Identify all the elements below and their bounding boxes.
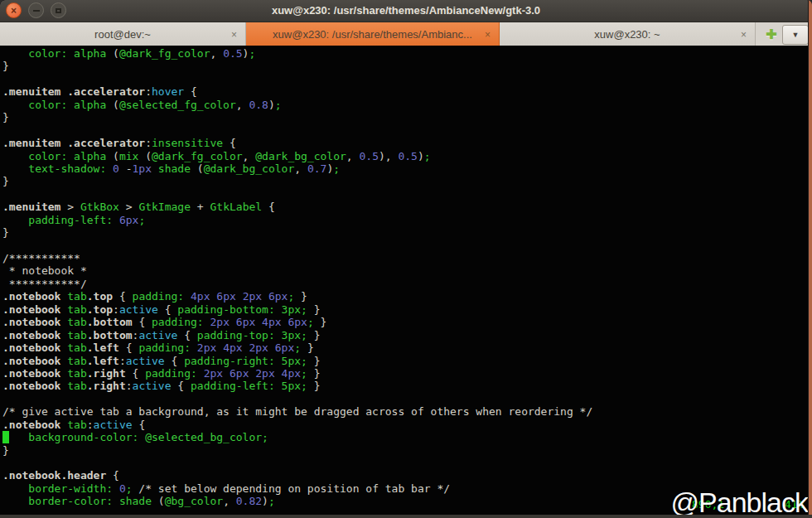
- code-line: [2, 73, 812, 85]
- code-line: .menuitem .accelerator:hover {: [2, 85, 812, 98]
- tab-root-dev[interactable]: root@dev:~ ×: [0, 22, 246, 46]
- window-bottom-edge: [0, 515, 812, 518]
- tab-label: root@dev:~: [94, 28, 151, 41]
- code-line: [2, 393, 812, 405]
- code-line: background-color: @selected_bg_color;: [2, 431, 812, 443]
- code-line: .notebook tab.left:active { padding-righ…: [2, 355, 812, 367]
- window-controls: ×: [6, 2, 66, 18]
- code-line: .notebook tab.top { padding: 4px 6px 2px…: [2, 290, 812, 303]
- code-line: color: alpha (@dark_fg_color, 0.5);: [2, 47, 812, 60]
- code-line: .menuitem .accelerator:insensitive {: [2, 137, 812, 149]
- window-minimize-button[interactable]: [28, 2, 44, 18]
- window-close-button[interactable]: ×: [6, 2, 22, 18]
- plus-icon: ✚: [766, 27, 776, 42]
- code-line: .notebook tab:active {: [2, 419, 812, 431]
- code-line: }: [2, 111, 812, 123]
- code-line: .notebook tab.bottom:active { padding-to…: [2, 329, 812, 341]
- code-line: .notebook tab.bottom { padding: 2px 6px …: [2, 316, 812, 328]
- code-line: [2, 240, 812, 252]
- code-line: [2, 188, 812, 201]
- code-line: [2, 457, 812, 469]
- tab-label: xuw@x230: ~: [594, 28, 660, 41]
- tab-close-icon[interactable]: ×: [231, 30, 237, 40]
- code-line: .notebook tab.right { padding: 2px 6px 2…: [2, 367, 812, 380]
- tab-ambiance-active[interactable]: xuw@x230: /usr/share/themes/Ambianc... ×: [246, 22, 500, 46]
- close-icon: ×: [11, 6, 17, 16]
- maximize-icon: [56, 8, 61, 13]
- code-line: }: [2, 175, 812, 187]
- code-line: /* give active tab a background, as it m…: [2, 405, 812, 418]
- window-title: xuw@x230: /usr/share/themes/AmbianceNew/…: [0, 0, 812, 22]
- code-line: ***********/: [2, 278, 812, 290]
- window-maximize-button[interactable]: [51, 2, 66, 18]
- window-titlebar[interactable]: × xuw@x230: /usr/share/themes/AmbianceNe…: [0, 0, 812, 22]
- watermark-text: @Panblack: [671, 487, 808, 515]
- code-line: .notebook.header {: [2, 469, 812, 482]
- tab-label: xuw@x230: /usr/share/themes/Ambianc...: [273, 28, 472, 41]
- code-line: * notebook *: [2, 264, 812, 277]
- tab-list-dropdown-button[interactable]: ▼: [782, 25, 809, 45]
- code-line: }: [2, 60, 812, 72]
- code-line: .notebook tab.left { padding: 2px 4px 2p…: [2, 341, 812, 354]
- code-line: .menuitem > GtkBox > GtkImage + GtkLabel…: [2, 201, 812, 213]
- terminal-screen[interactable]: color: alpha (@dark_fg_color, 0.5);}.men…: [0, 46, 812, 515]
- code-line: [2, 124, 812, 137]
- tab-bar: root@dev:~ × xuw@x230: /usr/share/themes…: [0, 22, 812, 46]
- code-line: color: alpha (mix (@dark_fg_color, @dark…: [2, 150, 812, 162]
- code-line: /***********: [2, 252, 812, 264]
- terminal-text: color: alpha (@dark_fg_color, 0.5);}.men…: [0, 46, 812, 508]
- code-line: color: alpha (@selected_fg_color, 0.8);: [2, 99, 812, 111]
- minimize-icon: [33, 10, 40, 12]
- code-line: }: [2, 226, 812, 239]
- code-line: padding-left: 6px;: [2, 214, 812, 226]
- chevron-down-icon: ▼: [792, 31, 800, 39]
- code-line: text-shadow: 0 -1px shade (@dark_bg_colo…: [2, 162, 812, 175]
- tab-close-icon[interactable]: ×: [485, 30, 491, 40]
- tab-xuw-home[interactable]: xuw@x230: ~ ×: [500, 22, 756, 46]
- code-line: }: [2, 444, 812, 457]
- tab-close-icon[interactable]: ×: [741, 30, 747, 40]
- code-line: .notebook tab.right:active { padding-lef…: [2, 380, 812, 392]
- terminal-scrollbar[interactable]: [808, 0, 812, 516]
- terminal-window: × xuw@x230: /usr/share/themes/AmbianceNe…: [0, 0, 812, 518]
- code-line: .notebook tab.top:active { padding-botto…: [2, 303, 812, 316]
